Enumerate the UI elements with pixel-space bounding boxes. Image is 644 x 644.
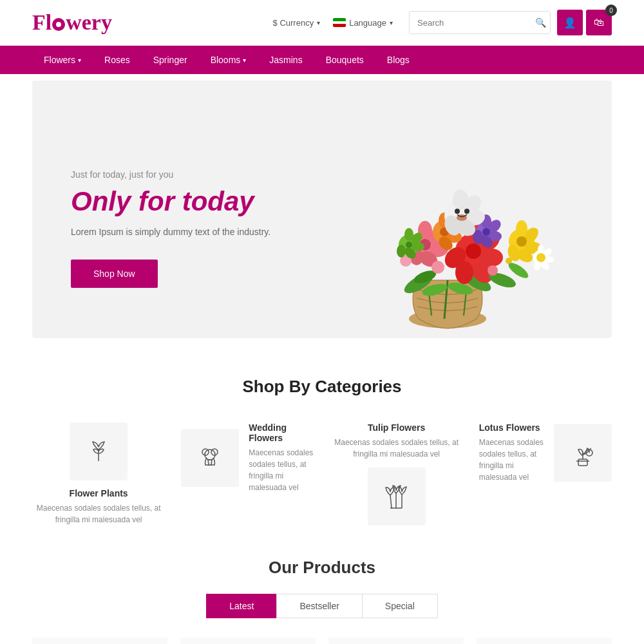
svg-point-69 bbox=[412, 242, 424, 251]
tab-special[interactable]: Special bbox=[362, 594, 438, 618]
currency-dropdown[interactable]: $ Currency ▾ bbox=[273, 18, 321, 28]
products-title: Our Products bbox=[32, 558, 612, 578]
chevron-down-icon: ▾ bbox=[390, 19, 393, 26]
nav-item-springer[interactable]: Springer bbox=[142, 46, 199, 74]
svg-point-71 bbox=[397, 245, 406, 258]
svg-rect-80 bbox=[578, 459, 587, 466]
currency-label: $ Currency bbox=[273, 18, 314, 28]
cart-badge: 0 bbox=[605, 5, 617, 16]
tab-latest[interactable]: Latest bbox=[206, 594, 276, 618]
category-desc-wedding: Maecenas sodales sodales tellus, at frin… bbox=[249, 447, 314, 493]
product-card-placeholder bbox=[477, 638, 612, 644]
category-item-wedding[interactable]: Wedding Flowers Maecenas sodales sodales… bbox=[181, 422, 314, 493]
search-button[interactable]: 🔍 bbox=[529, 12, 551, 33]
hero-description: Lorem Ipsum is simply dummy text of the … bbox=[71, 227, 322, 237]
language-dropdown[interactable]: Language ▾ bbox=[333, 18, 393, 28]
account-button[interactable]: 👤 bbox=[557, 10, 583, 35]
hero-image bbox=[322, 119, 573, 338]
svg-line-76 bbox=[390, 495, 392, 508]
nav-item-roses[interactable]: Roses bbox=[93, 46, 142, 74]
nav-item-flowers[interactable]: Flowers ▾ bbox=[32, 46, 93, 74]
search-input[interactable] bbox=[410, 12, 529, 33]
hero-section: Just for today, just for you Only for to… bbox=[32, 80, 612, 338]
category-icon-box-tulip bbox=[368, 468, 426, 526]
svg-point-72 bbox=[406, 242, 412, 248]
product-card-placeholder bbox=[328, 638, 464, 644]
categories-section: Shop By Categories Flower Plants Maecena… bbox=[0, 345, 644, 538]
header: Fl wery $ Currency ▾ Language ▾ 🔍 👤 🛍 0 bbox=[0, 0, 644, 46]
category-desc-tulip: Maecenas sodales sodales tellus, at frin… bbox=[330, 437, 463, 460]
category-icon-box bbox=[70, 422, 128, 480]
svg-point-64 bbox=[488, 265, 498, 276]
nav-item-blooms[interactable]: Blooms ▾ bbox=[199, 46, 258, 74]
svg-point-51 bbox=[464, 209, 469, 214]
svg-point-15 bbox=[466, 243, 481, 259]
category-item-lotus[interactable]: Lotus Flowers Maecenas sodales sodales t… bbox=[479, 422, 612, 483]
svg-point-59 bbox=[536, 253, 545, 262]
category-name: Flower Plants bbox=[70, 488, 128, 498]
category-desc-lotus: Maecenas sodales sodales tellus, at frin… bbox=[479, 437, 544, 483]
category-item-flower-plants[interactable]: Flower Plants Maecenas sodales sodales t… bbox=[32, 422, 165, 526]
categories-title: Shop By Categories bbox=[32, 377, 612, 397]
product-card-placeholder bbox=[32, 638, 167, 644]
svg-point-43 bbox=[482, 228, 490, 236]
language-label: Language bbox=[349, 18, 386, 28]
nav-item-bouquets[interactable]: Bouquets bbox=[314, 46, 375, 74]
category-icon-box-lotus bbox=[554, 424, 612, 482]
nav-item-jasmins[interactable]: Jasmins bbox=[258, 46, 314, 74]
category-name-wedding: Wedding Flowers bbox=[249, 422, 314, 443]
chevron-down-icon: ▾ bbox=[317, 19, 320, 26]
svg-point-23 bbox=[516, 236, 527, 247]
nav-item-blogs[interactable]: Blogs bbox=[375, 46, 421, 74]
product-card-placeholder bbox=[180, 638, 316, 644]
cart-button[interactable]: 🛍 0 bbox=[586, 10, 612, 35]
product-grid bbox=[32, 638, 612, 644]
products-section: Our Products Latest Bestseller Special bbox=[0, 538, 644, 644]
svg-point-63 bbox=[431, 261, 444, 274]
hero-title: Only for today bbox=[71, 186, 322, 217]
category-item-tulip[interactable]: Tulip Flowers Maecenas sodales sodales t… bbox=[330, 422, 463, 526]
category-name-tulip: Tulip Flowers bbox=[368, 422, 425, 433]
search-bar: 🔍 bbox=[409, 11, 551, 34]
shop-now-button[interactable]: Shop Now bbox=[71, 260, 158, 288]
categories-grid: Flower Plants Maecenas sodales sodales t… bbox=[32, 422, 612, 526]
hero-subtitle: Just for today, just for you bbox=[71, 169, 322, 180]
hero-text: Just for today, just for you Only for to… bbox=[71, 169, 322, 288]
tulip2-icon bbox=[379, 479, 414, 515]
svg-point-50 bbox=[455, 209, 460, 214]
logo[interactable]: Fl wery bbox=[32, 10, 112, 35]
bouquet-icon bbox=[194, 442, 226, 474]
flower-bouquet-image bbox=[325, 132, 570, 338]
category-desc: Maecenas sodales sodales tellus, at frin… bbox=[32, 502, 165, 526]
tulip-icon bbox=[82, 435, 115, 468]
chevron-down-icon: ▾ bbox=[243, 57, 246, 64]
product-tabs: Latest Bestseller Special bbox=[32, 594, 612, 618]
category-name-lotus: Lotus Flowers bbox=[479, 422, 544, 433]
header-center: $ Currency ▾ Language ▾ bbox=[273, 18, 393, 28]
navigation: Flowers ▾ Roses Springer Blooms ▾ Jasmin… bbox=[0, 46, 644, 74]
chevron-down-icon: ▾ bbox=[78, 57, 81, 64]
header-icons: 👤 🛍 0 bbox=[557, 10, 612, 35]
category-icon-box-wedding bbox=[181, 429, 239, 487]
tab-bestseller[interactable]: Bestseller bbox=[276, 594, 361, 618]
flag-icon bbox=[333, 18, 346, 27]
plant-icon bbox=[567, 437, 599, 469]
